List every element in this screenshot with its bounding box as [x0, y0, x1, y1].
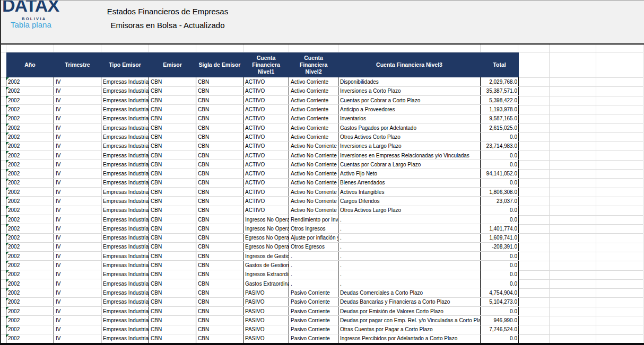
cell-total[interactable]: 0.0 — [481, 178, 519, 187]
cell-emisor[interactable]: CBN — [149, 242, 196, 251]
cell-cuenta-financiera-nivel3[interactable]: Cuentas por Cobrar a Corto Plazo — [338, 96, 481, 105]
cell-tipo-emisor[interactable]: Empresas Industriales — [101, 105, 149, 114]
cell-cuenta-financiera-nivel3[interactable]: Deudas por Emisión de Valores Corto Plaz… — [338, 306, 481, 315]
cell-cuenta-financiera-nivel2[interactable]: Activo Corriente — [289, 123, 338, 132]
cell-cuenta-financiera-nivel1[interactable]: Ingresos Extraordinari — [243, 270, 289, 279]
cell-trimestre[interactable]: IV — [54, 132, 101, 141]
cell-total[interactable]: 0.0 — [481, 270, 519, 279]
cell-cuenta-financiera-nivel3[interactable]: . — [338, 215, 481, 224]
cell-emisor[interactable]: CBN — [149, 169, 196, 178]
cell-cuenta-financiera-nivel1[interactable]: ACTIVO — [243, 114, 289, 123]
cell-cuenta-financiera-nivel1[interactable]: ACTIVO — [243, 169, 289, 178]
table-row[interactable]: 2002 IV Empresas Industriales CBN CBN PA… — [6, 288, 519, 297]
table-row[interactable]: 2002 IV Empresas Industriales CBN CBN AC… — [6, 178, 519, 187]
cell-tipo-emisor[interactable]: Empresas Industriales — [101, 334, 149, 343]
cell-total[interactable]: 23,037.0 — [481, 197, 519, 206]
cell-total[interactable]: 9,587,165.0 — [481, 114, 519, 123]
cell-tipo-emisor[interactable]: Empresas Industriales — [101, 252, 149, 261]
cell-emisor[interactable]: CBN — [149, 105, 196, 114]
cell-cuenta-financiera-nivel1[interactable]: PASIVO — [243, 325, 289, 334]
cell-emisor[interactable]: CBN — [149, 233, 196, 242]
cell-emisor[interactable]: CBN — [149, 261, 196, 270]
table-row[interactable]: 2002 IV Empresas Industriales CBN CBN Ga… — [6, 261, 519, 270]
cell-total[interactable]: 5,104,273.0 — [481, 297, 519, 306]
cell-total[interactable]: 0.0 — [481, 334, 519, 343]
cell-trimestre[interactable]: IV — [54, 96, 101, 105]
cell-trimestre[interactable]: IV — [54, 233, 101, 242]
cell-sigla-de-emisor[interactable]: CBN — [196, 242, 243, 251]
cell-cuenta-financiera-nivel1[interactable]: PASIVO — [243, 288, 289, 297]
cell-emisor[interactable]: CBN — [149, 252, 196, 261]
cell-cuenta-financiera-nivel3[interactable]: Activos Intangibles — [338, 188, 481, 197]
table-row[interactable]: 2002 IV Empresas Industriales CBN CBN Ga… — [6, 279, 519, 288]
cell-emisor[interactable]: CBN — [149, 325, 196, 334]
cell-emisor[interactable]: CBN — [149, 270, 196, 279]
table-row[interactable]: 2002 IV Empresas Industriales CBN CBN AC… — [6, 160, 519, 169]
cell-cuenta-financiera-nivel2[interactable]: Activo No Corriente — [289, 169, 338, 178]
cell-total[interactable]: 94,141,052.0 — [481, 169, 519, 178]
cell-cuenta-financiera-nivel1[interactable]: ACTIVO — [243, 105, 289, 114]
cell-trimestre[interactable]: IV — [54, 123, 101, 132]
cell-cuenta-financiera-nivel1[interactable]: PASIVO — [243, 316, 289, 325]
cell-tipo-emisor[interactable]: Empresas Industriales — [101, 279, 149, 288]
header-cuenta-financiera-nivel2[interactable]: Cuenta Financiera Nivel2 — [289, 52, 338, 77]
cell-emisor[interactable]: CBN — [149, 123, 196, 132]
cell-cuenta-financiera-nivel3[interactable]: . — [338, 224, 481, 233]
cell-cuenta-financiera-nivel3[interactable]: . — [338, 270, 481, 279]
cell-sigla-de-emisor[interactable]: CBN — [196, 77, 243, 86]
cell-trimestre[interactable]: IV — [54, 224, 101, 233]
cell-emisor[interactable]: CBN — [149, 141, 196, 151]
cell-trimestre[interactable]: IV — [54, 77, 101, 86]
cell-tipo-emisor[interactable]: Empresas Industriales — [101, 151, 149, 160]
cell-trimestre[interactable]: IV — [54, 288, 101, 297]
cell-anio[interactable]: 2002 — [6, 242, 54, 251]
table-row[interactable]: 2002 IV Empresas Industriales CBN CBN PA… — [6, 306, 519, 315]
cell-cuenta-financiera-nivel2[interactable]: Pasivo Corriente — [289, 325, 338, 334]
cell-total[interactable]: 0.0 — [481, 252, 519, 261]
cell-sigla-de-emisor[interactable]: CBN — [196, 288, 243, 297]
cell-cuenta-financiera-nivel2[interactable]: Activo No Corriente — [289, 160, 338, 169]
cell-total[interactable]: 23,714,983.0 — [481, 141, 519, 151]
cell-anio[interactable]: 2002 — [6, 132, 54, 141]
cell-cuenta-financiera-nivel2[interactable]: Activo No Corriente — [289, 141, 338, 151]
cell-emisor[interactable]: CBN — [149, 114, 196, 123]
cell-trimestre[interactable]: IV — [54, 86, 101, 95]
table-row[interactable]: 2002 IV Empresas Industriales CBN CBN AC… — [6, 151, 519, 160]
cell-cuenta-financiera-nivel3[interactable]: Deudas Comerciales a Corto Plazo — [338, 288, 481, 297]
cell-tipo-emisor[interactable]: Empresas Industriales — [101, 178, 149, 187]
cell-sigla-de-emisor[interactable]: CBN — [196, 114, 243, 123]
cell-anio[interactable]: 2002 — [6, 270, 54, 279]
cell-anio[interactable]: 2002 — [6, 288, 54, 297]
cell-total[interactable]: 1,609,741.0 — [481, 233, 519, 242]
cell-cuenta-financiera-nivel1[interactable]: ACTIVO — [243, 197, 289, 206]
cell-cuenta-financiera-nivel2[interactable]: Ajuste por inflación y — [289, 233, 338, 242]
header-cuenta-financiera-nivel1[interactable]: Cuenta Financiera Nivel1 — [243, 52, 289, 77]
cell-total[interactable]: 35,387,571.0 — [481, 86, 519, 95]
cell-sigla-de-emisor[interactable]: CBN — [196, 206, 243, 215]
cell-anio[interactable]: 2002 — [6, 151, 54, 160]
cell-cuenta-financiera-nivel1[interactable]: PASIVO — [243, 306, 289, 315]
cell-sigla-de-emisor[interactable]: CBN — [196, 215, 243, 224]
cell-tipo-emisor[interactable]: Empresas Industriales — [101, 215, 149, 224]
cell-cuenta-financiera-nivel3[interactable]: Inventarios — [338, 114, 481, 123]
cell-anio[interactable]: 2002 — [6, 160, 54, 169]
header-anio[interactable]: Año — [6, 52, 54, 77]
cell-anio[interactable]: 2002 — [6, 279, 54, 288]
cell-sigla-de-emisor[interactable]: CBN — [196, 96, 243, 105]
table-row[interactable]: 2002 IV Empresas Industriales CBN CBN AC… — [6, 105, 519, 114]
cell-anio[interactable]: 2002 — [6, 197, 54, 206]
cell-trimestre[interactable]: IV — [54, 169, 101, 178]
cell-anio[interactable]: 2002 — [6, 96, 54, 105]
cell-tipo-emisor[interactable]: Empresas Industriales — [101, 224, 149, 233]
cell-emisor[interactable]: CBN — [149, 215, 196, 224]
cell-anio[interactable]: 2002 — [6, 206, 54, 215]
cell-cuenta-financiera-nivel2[interactable]: Pasivo Corriente — [289, 297, 338, 306]
cell-cuenta-financiera-nivel2[interactable]: . — [289, 261, 338, 270]
cell-trimestre[interactable]: IV — [54, 334, 101, 343]
cell-sigla-de-emisor[interactable]: CBN — [196, 279, 243, 288]
cell-emisor[interactable]: CBN — [149, 288, 196, 297]
header-total[interactable]: Total — [481, 52, 519, 77]
cell-emisor[interactable]: CBN — [149, 188, 196, 197]
cell-total[interactable]: -208,391.0 — [481, 242, 519, 251]
cell-cuenta-financiera-nivel3[interactable]: . — [338, 233, 481, 242]
